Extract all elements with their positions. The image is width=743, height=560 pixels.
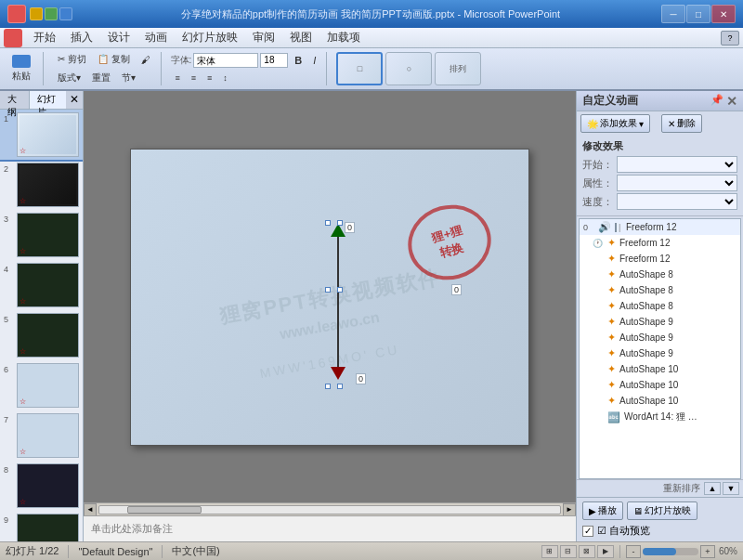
panel-close-icon[interactable]: ✕ bbox=[66, 91, 83, 109]
effect-item-6[interactable]: ✦ AutoShape 9 bbox=[580, 314, 740, 330]
panel-title-bar: 自定义动画 📌 ✕ bbox=[577, 91, 743, 111]
zoom-label: 60% bbox=[719, 546, 737, 556]
effect-item-7[interactable]: ✦ AutoShape 9 bbox=[580, 330, 740, 345]
effect-item-4[interactable]: ✦ AutoShape 8 bbox=[580, 282, 740, 298]
effect-item-8[interactable]: ✦ AutoShape 9 bbox=[580, 345, 740, 361]
panel-tab-slides[interactable]: 幻灯片 bbox=[30, 91, 66, 109]
lang-info: 中文(中国) bbox=[172, 544, 219, 558]
slide-thumb-6[interactable]: 6 ☆ bbox=[0, 360, 83, 410]
canvas-area: 狸窝PPT转换视频软件 www.leawo.cn MWW'169MO' CU 狸… bbox=[84, 91, 576, 541]
shape-arrange[interactable]: 排列 bbox=[435, 52, 481, 85]
menu-item-review[interactable]: 审阅 bbox=[245, 28, 282, 47]
toolbar-reset[interactable]: 重置 bbox=[87, 70, 115, 86]
panel-pin-btn[interactable]: 📌 bbox=[710, 94, 723, 109]
speed-select[interactable] bbox=[617, 193, 737, 210]
align-center[interactable]: ≡ bbox=[187, 71, 201, 85]
speed-label: 速度： bbox=[582, 195, 613, 209]
toolbar-section[interactable]: 节▾ bbox=[117, 70, 140, 86]
sel-handle-tl bbox=[325, 220, 331, 226]
font-italic[interactable]: I bbox=[308, 52, 320, 69]
menu-item-slideshow[interactable]: 幻灯片放映 bbox=[175, 28, 245, 47]
theme-info: "Default Design" bbox=[78, 546, 152, 557]
panel-close-btn[interactable]: ✕ bbox=[726, 94, 737, 109]
sel-handle-ml bbox=[325, 287, 331, 293]
effect-item-3[interactable]: ✦ AutoShape 8 bbox=[580, 267, 740, 282]
menu-item-design[interactable]: 设计 bbox=[100, 28, 137, 47]
effect-item-11[interactable]: ✦ AutoShape 10 bbox=[580, 393, 740, 409]
toolbar-paste[interactable]: 粘贴 bbox=[6, 52, 37, 85]
attr-select[interactable] bbox=[617, 175, 737, 191]
shape-circle[interactable]: ○ bbox=[385, 52, 432, 85]
toolbar-cut[interactable]: ✂ 剪切 bbox=[53, 51, 91, 68]
effect-item-12[interactable]: 🔤 WordArt 14: 狸 … bbox=[580, 409, 740, 425]
menu-item-addons[interactable]: 加载项 bbox=[319, 28, 368, 47]
toolbar-copy[interactable]: 📋 复制 bbox=[93, 51, 135, 68]
h-scrollbar-track bbox=[98, 505, 561, 514]
delete-label: 删除 bbox=[677, 117, 696, 130]
panel-bottom: ▶ 播放 🖥 幻灯片放映 ✓ ☑ 自动预览 bbox=[577, 497, 743, 541]
view-normal[interactable]: ⊞ bbox=[541, 545, 558, 558]
slide-thumb-9[interactable]: 9 ☆ bbox=[0, 511, 83, 541]
canvas-scroll[interactable]: 狸窝PPT转换视频软件 www.leawo.cn MWW'169MO' CU 狸… bbox=[84, 91, 576, 502]
effect-list-wrap: 0 🔊 | Freeform 12 🕐 ✦ Freeform 12 ✦ bbox=[579, 218, 741, 479]
speed-row: 速度： bbox=[582, 193, 737, 210]
play-button[interactable]: ▶ 播放 bbox=[582, 501, 623, 520]
effect-item-5[interactable]: ✦ AutoShape 8 bbox=[580, 298, 740, 314]
zoom-out-btn[interactable]: - bbox=[626, 545, 641, 558]
auto-preview-checkbox[interactable]: ✓ bbox=[582, 526, 593, 537]
toolbar-layout[interactable]: 版式▾ bbox=[53, 70, 85, 86]
scroll-left-btn[interactable]: ◄ bbox=[84, 503, 97, 516]
align-right[interactable]: ≡ bbox=[202, 71, 216, 85]
play-row: ▶ 播放 🖥 幻灯片放映 bbox=[582, 501, 737, 520]
effect-item-1[interactable]: 🕐 ✦ Freeform 12 bbox=[580, 235, 740, 251]
close-button[interactable]: ✕ bbox=[711, 5, 736, 23]
view-slide-sorter[interactable]: ⊟ bbox=[560, 545, 577, 558]
slideshow-button[interactable]: 🖥 幻灯片放映 bbox=[627, 501, 697, 520]
effect-item-9[interactable]: ✦ AutoShape 10 bbox=[580, 361, 740, 377]
font-bold[interactable]: B bbox=[290, 52, 306, 69]
menu-item-start[interactable]: 开始 bbox=[26, 28, 63, 47]
menu-item-animation[interactable]: 动画 bbox=[137, 28, 175, 47]
canvas-arrow bbox=[331, 224, 345, 380]
slide-thumb-3[interactable]: 3 ☆ bbox=[0, 210, 83, 260]
slide-thumb-7[interactable]: 7 ☆ bbox=[0, 410, 83, 461]
view-reading[interactable]: ⊠ bbox=[579, 545, 595, 558]
canvas-num-right: 0 bbox=[451, 284, 462, 295]
minimize-button[interactable]: ─ bbox=[661, 5, 685, 23]
attr-label: 属性： bbox=[582, 176, 613, 190]
zoom-in-btn[interactable]: + bbox=[700, 545, 715, 558]
effect-list-scroll[interactable]: 0 🔊 | Freeform 12 🕐 ✦ Freeform 12 ✦ bbox=[580, 219, 740, 478]
zoom-track[interactable] bbox=[643, 548, 698, 555]
menu-item-view[interactable]: 视图 bbox=[282, 28, 319, 47]
line-spacing[interactable]: ↕ bbox=[218, 71, 232, 85]
auto-preview-row: ✓ ☑ 自动预览 bbox=[582, 524, 737, 538]
shape-rect[interactable]: □ bbox=[336, 52, 383, 85]
slide-thumb-1[interactable]: 1 ☆ bbox=[0, 110, 83, 160]
help-button[interactable]: ? bbox=[721, 31, 739, 46]
sel-handle-br bbox=[337, 384, 343, 389]
slide-thumb-4[interactable]: 4 ☆ bbox=[0, 260, 83, 310]
reorder-down-btn[interactable]: ▼ bbox=[723, 482, 739, 495]
sel-handle-tr bbox=[337, 220, 343, 226]
slide-thumb-5[interactable]: 5 ☆ bbox=[0, 310, 83, 360]
panel-tab-outline[interactable]: 大纲 bbox=[0, 91, 30, 109]
add-effect-button[interactable]: 🌟 添加效果 ▾ bbox=[580, 114, 650, 133]
effect-item-2[interactable]: ✦ Freeform 12 bbox=[580, 251, 740, 267]
h-scrollbar-thumb[interactable] bbox=[127, 506, 202, 514]
align-left[interactable]: ≡ bbox=[171, 71, 185, 85]
effect-item-0[interactable]: 0 🔊 | Freeform 12 bbox=[580, 219, 740, 235]
delete-effect-button[interactable]: ✕ 删除 bbox=[661, 114, 702, 133]
toolbar-format[interactable]: 🖌 bbox=[137, 51, 155, 68]
start-select[interactable] bbox=[617, 156, 737, 173]
h-scrollbar[interactable]: ◄ ► bbox=[84, 502, 576, 515]
maximize-button[interactable]: □ bbox=[686, 5, 710, 23]
notes-area[interactable]: 单击此处添加备注 bbox=[84, 515, 576, 541]
menu-item-insert[interactable]: 插入 bbox=[63, 28, 100, 47]
add-effect-label: 添加效果 bbox=[600, 117, 637, 130]
slide-thumb-8[interactable]: 8 ☆ bbox=[0, 461, 83, 511]
view-slideshow[interactable]: ▶ bbox=[597, 545, 614, 558]
scroll-right-btn[interactable]: ► bbox=[563, 503, 576, 516]
reorder-up-btn[interactable]: ▲ bbox=[704, 482, 721, 495]
effect-item-10[interactable]: ✦ AutoShape 10 bbox=[580, 377, 740, 393]
slide-thumb-2[interactable]: 2 ☆ bbox=[0, 160, 83, 210]
